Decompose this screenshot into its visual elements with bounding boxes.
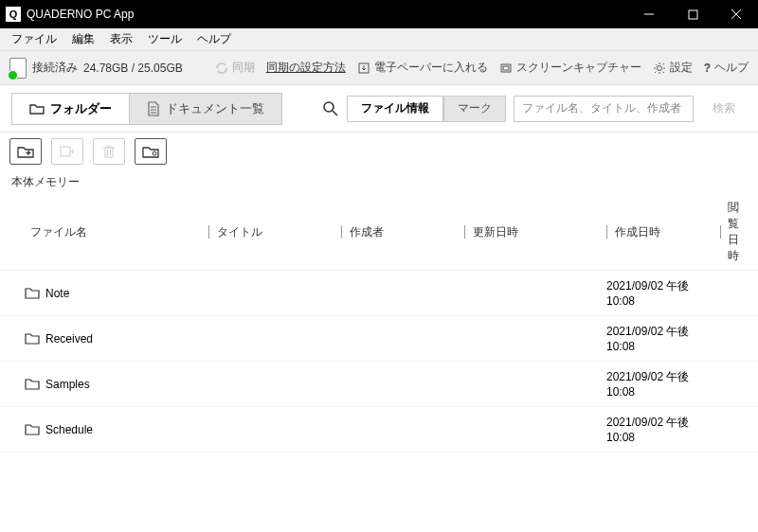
- file-name: Note: [45, 287, 69, 300]
- svg-rect-1: [689, 10, 697, 19]
- gear-icon: [653, 62, 666, 75]
- capture-icon: [499, 62, 513, 75]
- help-icon: ?: [704, 62, 711, 75]
- screen-capture-label: スクリーンキャプチャー: [516, 60, 641, 76]
- col-author[interactable]: 作成者: [341, 200, 464, 264]
- file-created: 2021/09/02 午後 10:08: [606, 324, 720, 353]
- seg-file-info[interactable]: ファイル情報: [347, 96, 443, 122]
- help-label: ヘルプ: [714, 60, 749, 76]
- tab-folder[interactable]: フォルダー: [11, 93, 129, 125]
- window-title: QUADERNO PC App: [27, 8, 134, 21]
- maximize-button[interactable]: [671, 0, 714, 28]
- menu-view[interactable]: 表示: [102, 29, 140, 49]
- file-name: Schedule: [45, 423, 93, 436]
- device-icon: [9, 58, 27, 79]
- tab-document-list[interactable]: ドキュメント一覧: [129, 93, 282, 125]
- file-name: Samples: [45, 378, 90, 391]
- svg-point-7: [657, 65, 661, 70]
- svg-rect-6: [503, 66, 509, 70]
- svg-rect-10: [61, 147, 70, 156]
- folder-icon: [25, 287, 40, 299]
- svg-line-9: [333, 111, 337, 115]
- folder-icon: [25, 332, 40, 345]
- sync-button[interactable]: 同期: [215, 60, 255, 76]
- status-bar: 接続済み 24.78GB / 25.05GB 同期 同期の設定方法 電子ペーパー…: [0, 51, 758, 85]
- connection-status: 接続済み: [32, 60, 78, 76]
- sync-settings-link[interactable]: 同期の設定方法: [266, 60, 346, 76]
- new-folder-button[interactable]: [9, 138, 42, 165]
- send-to-epaper-label: 電子ペーパーに入れる: [374, 60, 488, 76]
- menu-file[interactable]: ファイル: [4, 29, 64, 49]
- file-name: Received: [45, 332, 93, 346]
- col-filename[interactable]: ファイル名: [11, 200, 208, 264]
- list-item[interactable]: Schedule 2021/09/02 午後 10:08: [0, 407, 758, 452]
- delete-button[interactable]: [93, 138, 125, 165]
- sync-icon: [215, 62, 228, 75]
- list-item[interactable]: Note 2021/09/02 午後 10:08: [0, 271, 758, 316]
- col-viewed[interactable]: 閲覧日時: [720, 200, 747, 264]
- tab-document-list-label: ドキュメント一覧: [166, 100, 264, 117]
- breadcrumb: 本体メモリー: [0, 170, 758, 194]
- main-toolbar: フォルダー ドキュメント一覧 ファイル情報 マーク ファイル名、タイトル、作成者…: [0, 85, 758, 133]
- settings-button[interactable]: 設定: [653, 60, 693, 76]
- folder-icon: [29, 102, 45, 115]
- file-list: Note 2021/09/02 午後 10:08 Received 2021/0…: [0, 271, 758, 532]
- menu-edit[interactable]: 編集: [64, 29, 102, 49]
- send-to-epaper-button[interactable]: 電子ペーパーに入れる: [357, 60, 488, 76]
- close-button[interactable]: [714, 0, 758, 28]
- window-titlebar: Q QUADERNO PC App: [0, 0, 758, 28]
- svg-point-8: [324, 102, 334, 112]
- tab-folder-label: フォルダー: [50, 100, 112, 117]
- screen-capture-button[interactable]: スクリーンキャプチャー: [499, 60, 641, 76]
- folder-icon: [25, 378, 40, 390]
- storage-status: 24.78GB / 25.05GB: [83, 62, 183, 75]
- list-item[interactable]: Received 2021/09/02 午後 10:08: [0, 316, 758, 362]
- seg-mark[interactable]: マーク: [443, 96, 506, 122]
- svg-point-11: [153, 151, 156, 155]
- folder-settings-button[interactable]: [135, 138, 167, 165]
- col-updated[interactable]: 更新日時: [464, 200, 606, 264]
- menubar: ファイル 編集 表示 ツール ヘルプ: [0, 28, 758, 51]
- list-item[interactable]: Samples 2021/09/02 午後 10:08: [0, 362, 758, 407]
- col-created[interactable]: 作成日時: [606, 200, 720, 264]
- help-button[interactable]: ? ヘルプ: [704, 60, 749, 76]
- menu-help[interactable]: ヘルプ: [190, 29, 239, 49]
- folder-icon: [25, 423, 40, 435]
- search-input[interactable]: ファイル名、タイトル、作成者: [514, 96, 694, 122]
- menu-tools[interactable]: ツール: [140, 29, 190, 49]
- search-button[interactable]: 検索: [701, 96, 747, 122]
- column-header-row: ファイル名 タイトル 作成者 更新日時 作成日時 閲覧日時: [0, 194, 758, 271]
- file-created: 2021/09/02 午後 10:08: [606, 415, 720, 444]
- minimize-button[interactable]: [627, 0, 671, 28]
- document-icon: [147, 101, 160, 116]
- app-icon: Q: [6, 7, 21, 22]
- col-title[interactable]: タイトル: [208, 200, 341, 264]
- file-created: 2021/09/02 午後 10:08: [606, 278, 720, 308]
- action-toolbar: [0, 133, 758, 170]
- file-created: 2021/09/02 午後 10:08: [606, 369, 720, 399]
- export-button[interactable]: [51, 138, 83, 165]
- sync-label: 同期: [232, 60, 255, 76]
- search-icon: [322, 100, 339, 117]
- settings-label: 設定: [670, 60, 693, 76]
- import-icon: [357, 62, 370, 75]
